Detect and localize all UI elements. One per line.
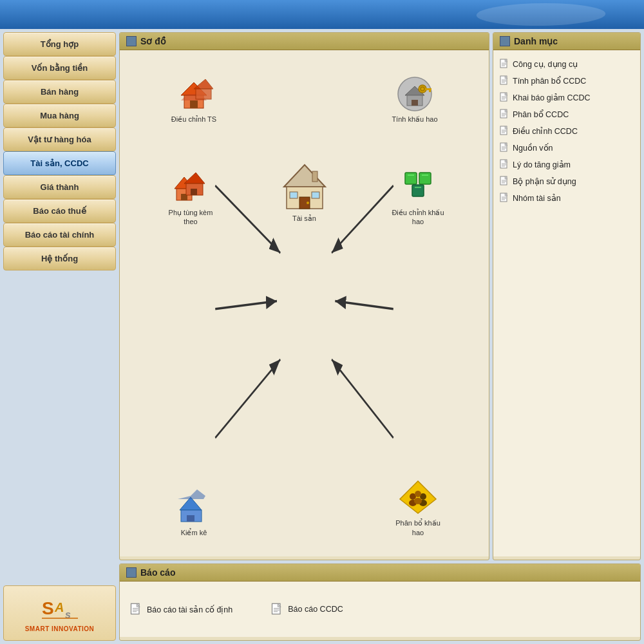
sidebar-item-mua-hang[interactable]: Mua hàng (3, 104, 116, 128)
dieu-chinh-ts-icon (175, 76, 213, 111)
svg-text:A: A (54, 600, 64, 614)
kiem-ke-icon (175, 489, 213, 525)
sidebar-item-vat-tu-hang-hoa[interactable]: Vật tư hàng hóa (3, 128, 116, 151)
svg-rect-16 (196, 89, 211, 99)
sidebar-item-gia-thanh[interactable]: Giá thành (3, 175, 116, 199)
doc-icon (500, 193, 509, 203)
sidebar-item-he-thong[interactable]: Hệ thống (3, 247, 116, 270)
svg-line-5 (215, 185, 280, 252)
doc-icon (271, 603, 283, 616)
diag-item-tinh-khau-hao[interactable]: Tính khấu hao (386, 76, 444, 124)
main-layout: Tổng hợpVốn bằng tiềnBán hàngMua hàngVật… (0, 29, 644, 644)
diag-item-dieu-chinh-ts[interactable]: Điều chỉnh TS (165, 76, 223, 124)
diag-item-phu-tung[interactable]: Phụ tùng kèmtheo (162, 169, 220, 227)
so-do-header-icon (126, 36, 137, 46)
diagram-container: Điều chỉnh TS (126, 57, 482, 550)
danhmuc-item-dieu-chinh-ccdc[interactable]: Điều chỉnh CCDC (497, 122, 636, 139)
doc-icon (500, 176, 509, 186)
so-do-header: Sơ đồ (120, 33, 489, 50)
svg-point-53 (415, 491, 421, 497)
svg-rect-20 (412, 100, 418, 106)
danhmuc-item-bo-phan-su-dung[interactable]: Bộ phận sử dụng (497, 173, 636, 189)
diag-item-kiem-ke[interactable]: Kiểm kê (165, 489, 223, 537)
svg-rect-23 (425, 88, 431, 90)
tai-san-label: Tài sản (276, 214, 334, 223)
danhmuc-item-tinh-phan-bo-ccdc[interactable]: Tính phân bổ CCDC (497, 72, 636, 89)
phu-tung-icon (171, 169, 210, 205)
bao-cao-header: Báo cáo (120, 564, 640, 582)
dieu-chinh-khau-hao-icon (399, 169, 437, 205)
doc-icon (130, 603, 142, 616)
danh-muc-header-icon (500, 36, 510, 46)
doc-icon (500, 159, 509, 169)
svg-marker-47 (178, 489, 205, 499)
logo-company-name: SMART INNOVATION (25, 625, 95, 632)
svg-rect-36 (312, 192, 319, 198)
phan-bo-khau-hao-label: Phân bổ khấuhao (389, 518, 447, 537)
danhmuc-item-nhom-tai-san[interactable]: Nhóm tài sản (497, 189, 636, 206)
doc-icon (500, 75, 509, 86)
svg-rect-38 (405, 173, 417, 184)
sidebar-item-ban-hang[interactable]: Bán hàng (3, 80, 116, 104)
phu-tung-label: Phụ tùng kèmtheo (162, 208, 220, 227)
sidebar-item-bao-cao-tai-chinh[interactable]: Báo cáo tài chính (3, 223, 116, 247)
content-area: Sơ đồ (119, 32, 641, 641)
sidebar-item-tong-hop[interactable]: Tổng hợp (3, 32, 116, 56)
svg-rect-13 (190, 100, 198, 108)
svg-rect-24 (429, 90, 431, 92)
svg-point-54 (414, 498, 422, 504)
sidebar-item-bao-cao-thue[interactable]: Báo cáo thuế (3, 199, 116, 223)
kiem-ke-label: Kiểm kê (165, 528, 223, 537)
bao-cao-title: Báo cáo (140, 567, 175, 578)
smart-innovation-logo-icon: S A s (41, 594, 79, 623)
svg-line-9 (215, 359, 280, 438)
danh-muc-panel: Danh mục Công cụ, dụng cụ Tính phân bổ C… (493, 32, 641, 560)
tai-san-house-icon (279, 160, 330, 211)
bao-cao-header-icon (126, 567, 137, 578)
svg-line-8 (335, 301, 393, 309)
dieu-chinh-khau-hao-label: Điều chỉnh khấuhao (389, 208, 447, 227)
svg-rect-46 (187, 515, 194, 522)
danhmuc-item-cong-cu-dung-cu[interactable]: Công cụ, dụng cụ (497, 55, 636, 72)
bao-cao-content: Báo cáo tài sản cố định Báo cáo CCDC (120, 582, 640, 637)
top-bar (0, 0, 644, 29)
sidebar-item-von-bang-tien[interactable]: Vốn bằng tiền (3, 56, 116, 80)
sidebar: Tổng hợpVốn bằng tiềnBán hàngMua hàngVật… (3, 32, 116, 641)
doc-icon (500, 59, 509, 69)
diag-item-phan-bo-khau-hao[interactable]: Phân bổ khấuhao (389, 480, 447, 537)
svg-rect-39 (419, 173, 431, 184)
sidebar-item-tai-san-ccdc[interactable]: Tài sản, CCDC (3, 151, 116, 175)
svg-text:S: S (42, 598, 54, 618)
danhmuc-item-nguon-von[interactable]: Nguồn vốn (497, 139, 636, 156)
svg-point-34 (307, 202, 309, 204)
svg-rect-30 (191, 189, 197, 195)
svg-line-7 (215, 301, 277, 309)
diag-item-dieu-chinh-khau-hao[interactable]: Điều chỉnh khấuhao (389, 169, 447, 227)
sidebar-logo: S A s SMART INNOVATION (3, 585, 116, 641)
svg-marker-28 (184, 173, 205, 184)
danhmuc-item-khai-bao-giam-ccdc[interactable]: Khai báo giảm CCDC (497, 89, 636, 106)
so-do-panel: Sơ đồ (119, 32, 489, 560)
danh-muc-content: Công cụ, dụng cụ Tính phân bổ CCDC Khai … (493, 50, 640, 556)
top-bar-decoration (473, 3, 610, 26)
svg-rect-40 (412, 185, 424, 196)
top-row: Sơ đồ (119, 32, 641, 560)
svg-marker-15 (194, 79, 213, 89)
phan-bo-khau-hao-icon (399, 480, 437, 515)
tinh-khau-hao-icon (395, 76, 434, 111)
diag-item-tai-san[interactable]: Tài sản (276, 160, 334, 223)
svg-rect-37 (312, 171, 317, 182)
danhmuc-item-ly-do-tang-giam[interactable]: Lý do tăng giảm (497, 156, 636, 173)
svg-line-10 (332, 359, 393, 438)
doc-icon (500, 126, 509, 136)
svg-marker-31 (284, 165, 325, 187)
svg-line-6 (332, 185, 393, 252)
baocao-item-bao-cao-tai-san-co-dinh[interactable]: Báo cáo tài sản cố định (130, 603, 232, 616)
baocao-item-bao-cao-ccdc[interactable]: Báo cáo CCDC (271, 603, 343, 616)
dieu-chinh-ts-label: Điều chỉnh TS (165, 115, 223, 124)
doc-icon (500, 92, 509, 102)
doc-icon (500, 109, 509, 119)
danh-muc-title: Danh mục (514, 36, 558, 46)
svg-rect-35 (290, 192, 298, 198)
danhmuc-item-phan-bo-ccdc[interactable]: Phân bổ CCDC (497, 106, 636, 122)
